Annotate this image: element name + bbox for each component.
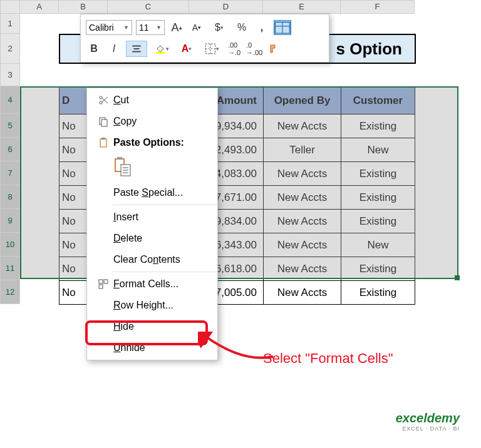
chevron-down-icon: ▼	[123, 24, 129, 31]
svg-rect-26	[99, 285, 103, 288]
row-header-2[interactable]: 2	[0, 34, 20, 64]
row-header-6[interactable]: 6	[0, 138, 20, 161]
decrease-decimal-button[interactable]: .0→.00	[246, 41, 262, 57]
mini-toolbar: Calibri▼ 11▼ A▴ A▾ $▾ % , B I ▾ A▾ ▾ .00…	[80, 14, 329, 63]
annotation-text: Select "Format Cells"	[263, 350, 393, 367]
menu-clear-contents[interactable]: Clear Contents	[87, 249, 217, 270]
row-header-3[interactable]: 3	[0, 64, 20, 86]
svg-rect-15	[101, 120, 107, 126]
cell-customer[interactable]: Existing	[341, 186, 415, 210]
svg-rect-25	[104, 280, 108, 283]
column-header-row: A B C D E F	[0, 0, 415, 14]
format-painter-button[interactable]	[266, 41, 282, 57]
copy-icon	[93, 116, 113, 127]
increase-decimal-button[interactable]: .00→.0	[226, 41, 242, 57]
svg-line-13	[102, 97, 108, 102]
svg-point-10	[100, 101, 102, 104]
col-header-E[interactable]: E	[263, 0, 341, 14]
col-header-A[interactable]: A	[20, 0, 59, 14]
cell-opened-by[interactable]: New Accts	[264, 281, 341, 305]
table-icon	[274, 21, 291, 34]
cell-opened-by[interactable]: New Accts	[264, 162, 341, 186]
menu-insert[interactable]: Insert	[87, 206, 217, 228]
cell-customer[interactable]: Existing	[341, 257, 415, 281]
col-header-C[interactable]: C	[108, 0, 189, 14]
menu-cut[interactable]: Cut	[87, 89, 217, 111]
borders-button[interactable]: ▾	[201, 41, 222, 57]
row-header-5[interactable]: 5	[0, 114, 20, 138]
menu-paste-special[interactable]: Paste Special...	[87, 182, 217, 203]
borders-icon	[205, 43, 216, 54]
decrease-font-button[interactable]: A▾	[189, 19, 205, 36]
format-cells-icon	[93, 278, 113, 290]
row-header-12[interactable]: 12	[0, 280, 20, 304]
cell-customer[interactable]: Existing	[341, 210, 415, 233]
row-header-8[interactable]: 8	[0, 185, 20, 209]
increase-font-button[interactable]: A▴	[168, 19, 185, 36]
font-size-select[interactable]: 11▼	[136, 20, 165, 35]
menu-paste-options-header: Paste Options:	[87, 132, 217, 153]
cell-opened-by[interactable]: New Accts	[264, 257, 341, 281]
cell-opened-by[interactable]: New Accts	[264, 115, 341, 138]
menu-paste-default[interactable]	[87, 153, 217, 182]
menu-delete[interactable]: Delete	[87, 228, 217, 249]
svg-rect-17	[101, 138, 105, 140]
row-header-4[interactable]: 4	[0, 86, 20, 114]
selection-fill-handle[interactable]	[455, 275, 460, 280]
svg-rect-24	[99, 280, 103, 283]
cell-customer[interactable]: New	[341, 233, 415, 257]
paintbrush-icon	[269, 43, 280, 54]
fill-color-button[interactable]: ▾	[151, 41, 172, 57]
title-text: s Option	[336, 39, 402, 59]
align-center-icon	[131, 43, 142, 54]
cell-opened-by[interactable]: New Accts	[264, 233, 341, 257]
paint-bucket-icon	[155, 43, 166, 54]
svg-rect-19	[117, 157, 122, 160]
menu-separator	[112, 205, 217, 205]
italic-button[interactable]: I	[106, 41, 122, 57]
col-header-B[interactable]: B	[59, 0, 108, 14]
menu-hide[interactable]: Hide	[87, 316, 217, 337]
menu-format-cells[interactable]: Format Cells...	[87, 273, 217, 295]
col-customer: Customer	[341, 87, 415, 115]
menu-row-height[interactable]: Row Height...	[87, 295, 217, 316]
scissors-icon	[93, 94, 113, 106]
cell-customer[interactable]: Existing	[341, 281, 415, 305]
cell-opened-by[interactable]: New Accts	[264, 186, 341, 210]
row-header-1[interactable]: 1	[0, 14, 20, 34]
svg-rect-16	[100, 139, 106, 147]
watermark-tagline: EXCEL · DATA · BI	[396, 425, 460, 432]
col-header-D[interactable]: D	[189, 0, 263, 14]
comma-format-button[interactable]: ,	[254, 19, 270, 36]
svg-line-12	[102, 98, 108, 103]
menu-separator	[112, 272, 217, 272]
row-header-7[interactable]: 7	[0, 161, 20, 185]
cell-customer[interactable]: Existing	[341, 115, 415, 138]
align-button[interactable]	[126, 41, 147, 57]
cell-customer[interactable]: Existing	[341, 162, 415, 186]
svg-rect-7	[205, 44, 215, 54]
row-header-10[interactable]: 10	[0, 233, 20, 257]
table-button[interactable]	[274, 20, 291, 35]
context-menu: Cut Copy Paste Options: Paste Special...…	[86, 88, 218, 360]
clipboard-icon	[93, 137, 113, 148]
select-all-corner[interactable]	[0, 0, 20, 14]
cell-opened-by[interactable]: New Accts	[264, 210, 341, 233]
font-color-button[interactable]: A▾	[176, 41, 197, 57]
row-header-11[interactable]: 11	[0, 257, 20, 280]
svg-point-11	[100, 96, 102, 99]
menu-copy[interactable]: Copy	[87, 111, 217, 132]
cell-customer[interactable]: New	[341, 138, 415, 162]
svg-rect-6	[156, 52, 165, 54]
row-header-col: 1 2 3 4 5 6 7 8 9 10 11 12	[0, 14, 20, 304]
row-header-9[interactable]: 9	[0, 209, 20, 233]
col-opened-by: Opened By	[264, 87, 341, 115]
font-family-select[interactable]: Calibri▼	[86, 20, 132, 35]
accounting-format-button[interactable]: $▾	[209, 19, 230, 36]
percent-format-button[interactable]: %	[234, 19, 250, 36]
cell-opened-by[interactable]: Teller	[264, 138, 341, 162]
bold-button[interactable]: B	[86, 41, 102, 57]
paste-icon	[113, 156, 132, 177]
col-header-F[interactable]: F	[341, 0, 415, 14]
menu-unhide[interactable]: Unhide	[87, 337, 217, 359]
